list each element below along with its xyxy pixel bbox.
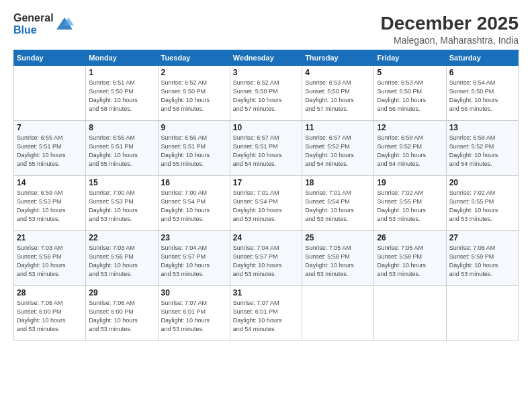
day-number: 20 [449,178,515,187]
weekday-header-saturday: Saturday [446,50,518,65]
day-info: Sunrise: 6:53 AM Sunset: 5:50 PM Dayligh… [305,79,371,113]
day-info: Sunrise: 6:52 AM Sunset: 5:50 PM Dayligh… [161,79,227,113]
day-info: Sunrise: 6:57 AM Sunset: 5:52 PM Dayligh… [305,134,371,169]
day-info: Sunrise: 7:07 AM Sunset: 6:01 PM Dayligh… [233,299,299,334]
page-header: General Blue December 2025 Malegaon, Mah… [13,12,519,46]
calendar-cell: 29Sunrise: 7:06 AM Sunset: 6:00 PM Dayli… [86,285,158,340]
calendar-cell: 16Sunrise: 7:00 AM Sunset: 5:54 PM Dayli… [158,175,230,230]
day-number: 18 [305,178,371,187]
logo-general: General [13,12,54,24]
day-info: Sunrise: 7:00 AM Sunset: 5:53 PM Dayligh… [89,189,154,224]
day-number: 11 [305,123,371,132]
day-info: Sunrise: 6:59 AM Sunset: 5:53 PM Dayligh… [17,189,83,224]
calendar-cell: 8Sunrise: 6:55 AM Sunset: 5:51 PM Daylig… [86,120,158,175]
day-info: Sunrise: 7:02 AM Sunset: 5:55 PM Dayligh… [377,189,443,224]
day-info: Sunrise: 6:52 AM Sunset: 5:50 PM Dayligh… [233,79,299,113]
calendar-cell: 11Sunrise: 6:57 AM Sunset: 5:52 PM Dayli… [302,120,374,175]
calendar-cell: 30Sunrise: 7:07 AM Sunset: 6:01 PM Dayli… [158,285,230,340]
calendar-week-2: 7Sunrise: 6:55 AM Sunset: 5:51 PM Daylig… [14,120,519,175]
calendar-cell: 6Sunrise: 6:54 AM Sunset: 5:50 PM Daylig… [446,65,518,120]
day-number: 29 [89,288,154,298]
calendar-cell [14,65,86,120]
calendar-page: General Blue December 2025 Malegaon, Mah… [0,0,532,411]
calendar-cell [446,285,518,340]
weekday-header-wednesday: Wednesday [230,50,302,65]
weekday-header-sunday: Sunday [14,50,86,65]
calendar-cell: 28Sunrise: 7:06 AM Sunset: 6:00 PM Dayli… [14,285,86,340]
calendar-cell: 1Sunrise: 6:51 AM Sunset: 5:50 PM Daylig… [86,65,158,120]
day-number: 25 [305,233,371,242]
day-info: Sunrise: 6:58 AM Sunset: 5:52 PM Dayligh… [449,134,515,169]
day-number: 17 [233,178,299,187]
calendar-cell: 25Sunrise: 7:05 AM Sunset: 5:58 PM Dayli… [302,230,374,285]
weekday-header-friday: Friday [374,50,446,65]
day-info: Sunrise: 6:58 AM Sunset: 5:52 PM Dayligh… [377,134,443,169]
day-info: Sunrise: 7:05 AM Sunset: 5:58 PM Dayligh… [377,244,443,279]
calendar-cell: 4Sunrise: 6:53 AM Sunset: 5:50 PM Daylig… [302,65,374,120]
day-info: Sunrise: 7:00 AM Sunset: 5:54 PM Dayligh… [161,189,227,224]
day-info: Sunrise: 6:56 AM Sunset: 5:51 PM Dayligh… [161,134,227,169]
day-number: 1 [89,68,154,77]
weekday-header-row: SundayMondayTuesdayWednesdayThursdayFrid… [14,50,519,65]
day-info: Sunrise: 7:02 AM Sunset: 5:55 PM Dayligh… [449,189,515,224]
day-number: 13 [449,123,515,132]
day-info: Sunrise: 6:57 AM Sunset: 5:51 PM Dayligh… [233,134,299,169]
day-info: Sunrise: 6:54 AM Sunset: 5:50 PM Dayligh… [449,79,515,113]
day-info: Sunrise: 7:06 AM Sunset: 6:00 PM Dayligh… [89,299,154,334]
calendar-cell: 26Sunrise: 7:05 AM Sunset: 5:58 PM Dayli… [374,230,446,285]
day-info: Sunrise: 7:05 AM Sunset: 5:58 PM Dayligh… [305,244,371,279]
day-number: 26 [377,233,443,242]
weekday-header-tuesday: Tuesday [158,50,230,65]
day-info: Sunrise: 7:01 AM Sunset: 5:54 PM Dayligh… [233,189,299,224]
calendar-cell: 3Sunrise: 6:52 AM Sunset: 5:50 PM Daylig… [230,65,302,120]
title-block: December 2025 Malegaon, Maharashtra, Ind… [381,12,519,46]
month-title: December 2025 [381,12,519,35]
day-info: Sunrise: 6:51 AM Sunset: 5:50 PM Dayligh… [89,79,154,113]
day-info: Sunrise: 6:55 AM Sunset: 5:51 PM Dayligh… [17,134,83,169]
day-number: 16 [161,178,227,187]
day-number: 27 [449,233,515,242]
day-number: 12 [377,123,443,132]
calendar-cell: 20Sunrise: 7:02 AM Sunset: 5:55 PM Dayli… [446,175,518,230]
weekday-header-monday: Monday [86,50,158,65]
calendar-cell: 17Sunrise: 7:01 AM Sunset: 5:54 PM Dayli… [230,175,302,230]
day-number: 3 [233,68,299,77]
calendar-cell [374,285,446,340]
day-number: 4 [305,68,371,77]
day-number: 23 [161,233,227,242]
day-number: 21 [17,233,83,242]
day-info: Sunrise: 7:01 AM Sunset: 5:54 PM Dayligh… [305,189,371,224]
logo: General Blue [13,12,74,36]
calendar-cell: 9Sunrise: 6:56 AM Sunset: 5:51 PM Daylig… [158,120,230,175]
day-info: Sunrise: 7:04 AM Sunset: 5:57 PM Dayligh… [161,244,227,279]
calendar-cell [302,285,374,340]
day-info: Sunrise: 7:03 AM Sunset: 5:56 PM Dayligh… [17,244,83,279]
calendar-cell: 12Sunrise: 6:58 AM Sunset: 5:52 PM Dayli… [374,120,446,175]
weekday-header-thursday: Thursday [302,50,374,65]
day-number: 19 [377,178,443,187]
calendar-cell: 10Sunrise: 6:57 AM Sunset: 5:51 PM Dayli… [230,120,302,175]
calendar-cell: 24Sunrise: 7:04 AM Sunset: 5:57 PM Dayli… [230,230,302,285]
day-number: 14 [17,178,83,187]
day-number: 31 [233,288,299,298]
location: Malegaon, Maharashtra, India [381,35,519,46]
calendar-cell: 31Sunrise: 7:07 AM Sunset: 6:01 PM Dayli… [230,285,302,340]
day-number: 28 [17,288,83,298]
calendar-cell: 5Sunrise: 6:53 AM Sunset: 5:50 PM Daylig… [374,65,446,120]
calendar-cell: 27Sunrise: 7:06 AM Sunset: 5:59 PM Dayli… [446,230,518,285]
calendar-week-5: 28Sunrise: 7:06 AM Sunset: 6:00 PM Dayli… [14,285,519,340]
day-info: Sunrise: 7:06 AM Sunset: 5:59 PM Dayligh… [449,244,515,279]
logo-icon [55,15,74,34]
day-info: Sunrise: 7:07 AM Sunset: 6:01 PM Dayligh… [161,299,227,334]
day-number: 8 [89,123,154,132]
calendar-cell: 14Sunrise: 6:59 AM Sunset: 5:53 PM Dayli… [14,175,86,230]
calendar-cell: 23Sunrise: 7:04 AM Sunset: 5:57 PM Dayli… [158,230,230,285]
calendar-week-3: 14Sunrise: 6:59 AM Sunset: 5:53 PM Dayli… [14,175,519,230]
logo-blue: Blue [13,24,54,36]
day-info: Sunrise: 7:03 AM Sunset: 5:56 PM Dayligh… [89,244,154,279]
calendar-cell: 19Sunrise: 7:02 AM Sunset: 5:55 PM Dayli… [374,175,446,230]
day-number: 22 [89,233,154,242]
day-number: 30 [161,288,227,298]
day-number: 7 [17,123,83,132]
day-number: 6 [449,68,515,77]
